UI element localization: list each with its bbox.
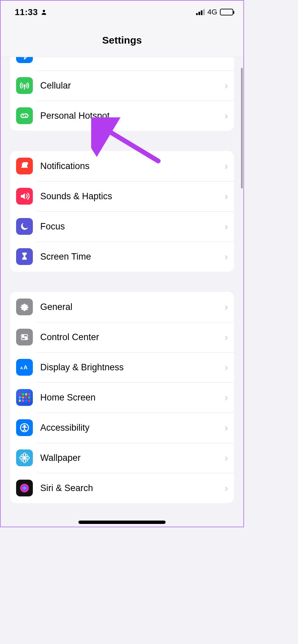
moon-icon <box>16 218 33 235</box>
bell-icon <box>16 158 33 174</box>
gear-icon <box>16 299 33 315</box>
chevron-right-icon: › <box>225 301 228 313</box>
row-bluetooth[interactable]: Bluetooth Not Connected › <box>10 57 234 70</box>
nav-header: Settings <box>1 23 243 57</box>
chevron-right-icon: › <box>225 57 228 59</box>
row-label: Sounds & Haptics <box>40 191 225 202</box>
group-system: General › Control Center › AA Display & … <box>10 292 234 503</box>
status-right: 4G <box>196 8 233 16</box>
svg-text:A: A <box>20 366 23 370</box>
row-detail: Not Connected <box>161 57 221 58</box>
group-alerts: Notifications › Sounds & Haptics › Focus… <box>10 151 234 272</box>
svg-point-11 <box>23 457 26 459</box>
battery-icon <box>220 9 233 15</box>
chevron-right-icon: › <box>225 191 228 202</box>
settings-content[interactable]: Bluetooth Not Connected › Cellular › Per… <box>1 57 243 527</box>
chevron-right-icon: › <box>225 221 228 232</box>
svg-point-2 <box>25 162 28 165</box>
antenna-icon <box>16 77 33 94</box>
signal-icon <box>196 9 205 15</box>
link-icon <box>16 107 33 124</box>
chevron-right-icon: › <box>225 482 228 494</box>
row-display[interactable]: AA Display & Brightness › <box>10 352 234 382</box>
flower-icon <box>16 449 33 466</box>
row-label: Accessibility <box>40 423 225 433</box>
row-label: Siri & Search <box>40 483 225 493</box>
person-circle-icon <box>16 419 33 436</box>
toggles-icon <box>16 329 33 345</box>
row-label: Control Center <box>40 332 225 342</box>
row-label: General <box>40 302 225 312</box>
hourglass-icon <box>16 248 33 265</box>
row-label: Screen Time <box>40 252 225 262</box>
row-label: Cellular <box>40 80 225 91</box>
row-cellular[interactable]: Cellular › <box>10 70 234 101</box>
svg-point-20 <box>20 484 29 493</box>
row-label: Focus <box>40 221 225 232</box>
status-time: 11:33 <box>15 7 38 17</box>
row-hotspot[interactable]: Personal Hotspot › <box>10 101 234 131</box>
row-siri[interactable]: Siri & Search › <box>10 473 234 503</box>
chevron-right-icon: › <box>225 452 228 464</box>
speaker-icon <box>16 188 33 205</box>
page-title: Settings <box>102 35 142 46</box>
chevron-right-icon: › <box>225 251 228 262</box>
chevron-right-icon: › <box>225 392 228 403</box>
row-general[interactable]: General › <box>10 292 234 322</box>
aa-icon: AA <box>16 359 33 376</box>
row-controlcenter[interactable]: Control Center › <box>10 322 234 352</box>
svg-point-0 <box>43 10 45 12</box>
scrollbar-thumb[interactable] <box>241 68 243 189</box>
row-label: Personal Hotspot <box>40 111 225 121</box>
row-homescreen[interactable]: Home Screen › <box>10 382 234 413</box>
siri-icon <box>16 480 33 496</box>
chevron-right-icon: › <box>225 160 228 172</box>
row-label: Bluetooth <box>40 57 161 58</box>
network-label: 4G <box>207 8 217 16</box>
user-icon <box>41 9 47 15</box>
home-indicator[interactable] <box>78 521 166 524</box>
status-bar: 11:33 4G <box>1 1 243 23</box>
grid-icon <box>16 389 33 406</box>
svg-text:A: A <box>24 365 28 370</box>
svg-point-6 <box>25 338 26 339</box>
row-label: Display & Brightness <box>40 362 225 373</box>
chevron-right-icon: › <box>225 362 228 373</box>
group-connectivity: Bluetooth Not Connected › Cellular › Per… <box>10 57 234 131</box>
chevron-right-icon: › <box>225 80 228 91</box>
row-screentime[interactable]: Screen Time › <box>10 241 234 272</box>
bluetooth-icon <box>16 57 33 63</box>
chevron-right-icon: › <box>225 110 228 121</box>
row-label: Notifications <box>40 161 225 171</box>
row-notifications[interactable]: Notifications › <box>10 151 234 181</box>
row-label: Wallpaper <box>40 453 225 463</box>
row-wallpaper[interactable]: Wallpaper › <box>10 443 234 473</box>
chevron-right-icon: › <box>225 422 228 433</box>
row-accessibility[interactable]: Accessibility › <box>10 413 234 443</box>
row-label: Home Screen <box>40 392 225 403</box>
svg-point-10 <box>24 425 25 427</box>
row-sounds[interactable]: Sounds & Haptics › <box>10 181 234 211</box>
chevron-right-icon: › <box>225 331 228 343</box>
status-left: 11:33 <box>15 7 47 17</box>
svg-point-4 <box>22 335 24 336</box>
row-focus[interactable]: Focus › <box>10 211 234 241</box>
